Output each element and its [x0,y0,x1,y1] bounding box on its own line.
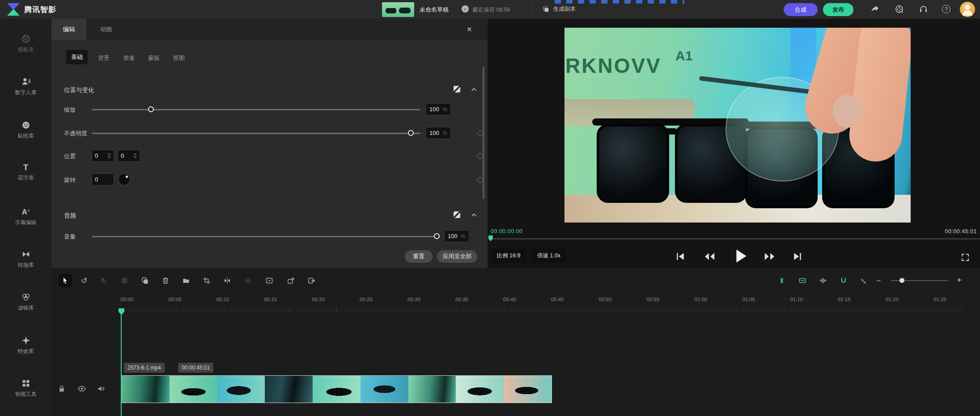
volume-value-input[interactable]: 100 % [444,230,469,242]
draft-name[interactable]: 未命名草稿 [420,6,449,14]
position-x-stepper[interactable] [107,153,111,158]
sidebar-item-fancy-text[interactable]: T 花字库 [0,163,51,182]
compose-button[interactable]: 合成 [784,3,818,16]
track-visibility-icon[interactable] [77,385,86,393]
position-label: 位置 [64,152,76,160]
opacity-slider[interactable] [92,130,420,136]
sidebar-item-templates[interactable]: 模板库 [0,34,51,54]
media-library-icon[interactable] [895,4,904,14]
sidebar: 模板库 数字人库 贴纸库 T 花字库 A≡ 字幕编辑 [0,19,51,416]
crop-button[interactable] [200,274,213,287]
reset-button[interactable]: 重置 [405,250,433,263]
subtab-speed[interactable]: 变速 [123,54,135,62]
split-button[interactable] [118,274,131,287]
rewind-button[interactable] [704,252,715,261]
ruler-tick-label: 00:20 [312,297,325,302]
undo-button[interactable]: ↺ [77,274,91,287]
position-x-input[interactable]: 0 [92,150,114,162]
timeline-playhead-marker[interactable] [119,308,124,315]
apply-all-button[interactable]: 应用至全部 [437,250,477,263]
scale-slider[interactable] [92,106,420,113]
screenshot-button[interactable] [284,274,297,287]
preview-duration: 00:00:45:01 [937,228,977,235]
zoom-out-button[interactable]: − [876,276,881,286]
export-clip-button[interactable] [305,274,318,287]
duplicate-button[interactable]: 生成副本 [542,5,576,13]
fast-forward-button[interactable] [764,252,776,261]
opacity-slider-thumb[interactable] [408,130,414,136]
zoom-in-button[interactable]: + [957,275,962,285]
publish-button[interactable]: 发布 [823,3,853,16]
timeline-playhead-line[interactable] [121,314,122,416]
rotation-dial[interactable] [118,173,130,185]
subtab-cutout[interactable]: 抠图 [173,54,185,62]
sidebar-item-filters[interactable]: 滤镜库 [0,292,51,312]
track-options-button[interactable] [241,274,255,287]
timeline-zoom-thumb[interactable] [899,278,904,283]
sidebar-item-smart-tools[interactable]: 智能工具 [0,378,51,398]
sidebar-item-digital-human[interactable]: 数字人库 [0,77,51,97]
transform-keyframe-icon[interactable] [454,86,460,92]
app-title: 腾讯智影 [24,4,56,15]
subtab-mask[interactable]: 蒙版 [148,54,160,62]
panel-scrollbar[interactable] [483,67,484,199]
subtab-basic[interactable]: 基础 [66,50,88,64]
position-y-stepper[interactable] [133,153,137,158]
help-icon[interactable]: ? [942,5,950,13]
archive-button[interactable] [179,274,193,287]
tab-edit[interactable]: 编辑 [51,19,86,40]
support-headset-icon[interactable] [919,4,928,14]
sidebar-item-transitions[interactable]: 转场库 [0,249,51,269]
preview-axis-toggle[interactable] [775,274,789,287]
audio-keyframe-icon[interactable] [454,211,460,218]
video-canvas[interactable]: RKNOVV A1 [564,28,911,223]
skip-end-button[interactable] [793,252,802,261]
save-status: 最近保存 06:56 [472,6,510,14]
redo-button[interactable]: ↻ [97,274,110,287]
subtitle-edit-icon: A≡ [22,208,30,216]
fullscreen-icon[interactable] [961,253,970,262]
template-library-icon [21,34,31,44]
position-y-input[interactable]: 0 [118,150,140,162]
select-tool-button[interactable] [59,274,72,287]
share-icon[interactable] [870,5,879,14]
snap-toggle[interactable] [837,274,850,287]
ruler-tick-label: 00:30 [407,297,420,302]
audio-wave-toggle[interactable] [816,274,830,287]
user-avatar[interactable] [960,2,975,17]
volume-slider-thumb[interactable] [434,233,440,239]
audio-wave-icon [819,277,827,285]
rotate-input[interactable]: 0 [92,173,114,185]
keyframe-box-button[interactable] [263,274,276,287]
copy-clip-button[interactable] [138,274,152,287]
scale-value-input[interactable]: 100 % [426,103,451,115]
clip-thumbnail [265,376,313,403]
opacity-value-input[interactable]: 100 % [426,127,451,139]
close-panel-icon[interactable]: ✕ [467,25,472,34]
trim-merge-button[interactable] [221,274,234,287]
topbar-divider [531,4,532,15]
audio-collapse-icon[interactable] [471,213,477,217]
ruler-tick-label: 01:20 [886,297,899,302]
link-toggle[interactable] [796,274,809,287]
play-button[interactable] [734,248,748,265]
preview-progress-track[interactable] [488,238,980,240]
transform-collapse-icon[interactable] [471,88,477,92]
volume-slider[interactable] [92,233,440,240]
tab-animation[interactable]: 动画 [93,19,119,40]
sidebar-item-effects[interactable]: 特效库 [0,336,51,355]
sidebar-item-subtitles[interactable]: A≡ 字幕编辑 [0,206,51,227]
preview-progress-playhead[interactable] [488,235,493,241]
ruler-tick-label: 00:10 [216,297,229,302]
skip-start-button[interactable] [675,252,685,261]
video-clip[interactable] [121,375,552,403]
ratio-chip[interactable]: 比例 16:9 [491,248,526,263]
collapse-tracks-button[interactable] [857,274,870,288]
speed-chip[interactable]: 倍速 1.0x [532,248,566,263]
scale-slider-thumb[interactable] [148,106,154,112]
track-lock-icon[interactable] [58,385,66,393]
subtab-background[interactable]: 背景 [98,54,110,62]
sidebar-item-stickers[interactable]: 贴纸库 [0,120,51,140]
delete-clip-button[interactable] [159,274,172,287]
track-mute-icon[interactable] [97,385,105,393]
